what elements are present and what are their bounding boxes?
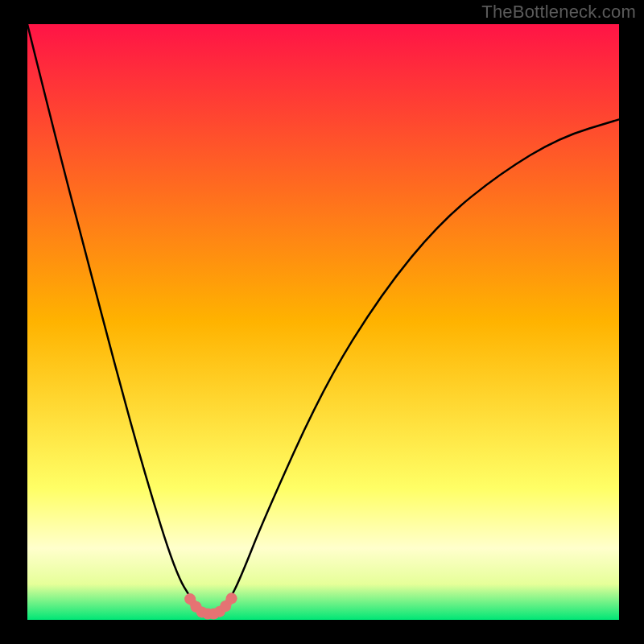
chart-stage: TheBottleneck.com <box>0 0 644 644</box>
watermark-text: TheBottleneck.com <box>481 2 636 23</box>
chart-background <box>27 24 619 620</box>
bottleneck-chart <box>0 0 644 644</box>
optimal-marker-dot <box>226 592 237 604</box>
